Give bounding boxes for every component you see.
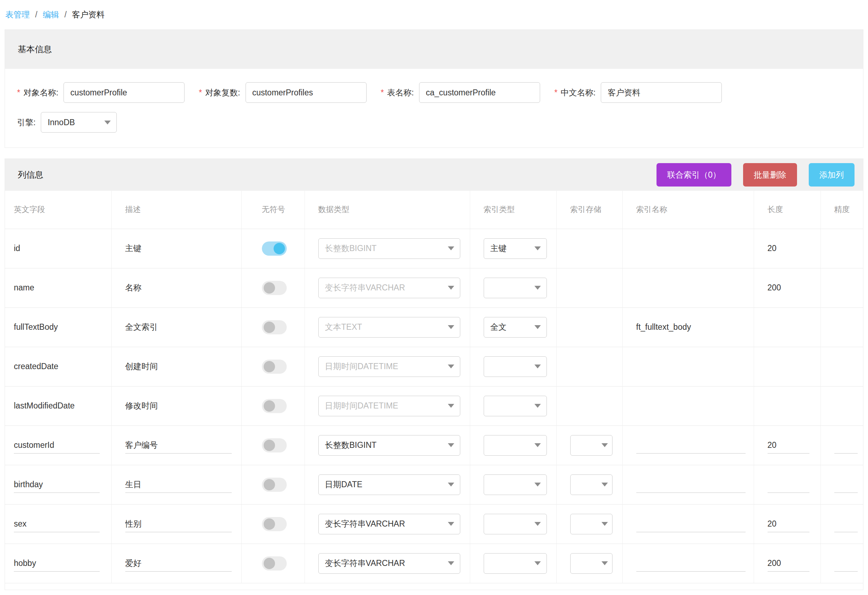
index-type-select[interactable] [484, 435, 547, 456]
unsigned-toggle[interactable] [262, 478, 287, 492]
description-input[interactable] [125, 516, 232, 532]
object-name-field-group: * 对象名称: [17, 82, 185, 103]
index-type-select[interactable] [484, 514, 547, 535]
data-type-select[interactable]: 日期DATE [318, 474, 460, 495]
field-name-cell [5, 504, 111, 543]
length-cell [754, 386, 821, 426]
index-name-input[interactable] [636, 477, 745, 493]
composite-index-button[interactable]: 联合索引（0） [657, 163, 731, 187]
index-name-input[interactable] [636, 516, 745, 532]
description-cell: 创建时间 [111, 347, 241, 386]
unsigned-toggle[interactable] [262, 359, 287, 374]
index-type-cell: 主键 [470, 229, 557, 268]
add-column-button[interactable]: 添加列 [809, 163, 855, 187]
required-marker: * [554, 88, 558, 97]
unsigned-toggle[interactable] [262, 320, 287, 334]
breadcrumb-link-edit[interactable]: 编辑 [43, 9, 59, 20]
length-input[interactable] [768, 555, 809, 571]
precision-input[interactable] [834, 555, 858, 571]
length-input[interactable] [768, 477, 809, 493]
index-name-cell [623, 229, 754, 268]
data-type-select[interactable]: 变长字符串VARCHAR [318, 553, 460, 574]
data-type-select[interactable]: 长整数BIGINT [318, 435, 460, 456]
column-row: name名称变长字符串VARCHAR200 [5, 268, 863, 308]
precision-input[interactable] [834, 516, 858, 532]
unsigned-toggle[interactable] [262, 517, 287, 531]
description-input[interactable] [125, 437, 232, 454]
description-input[interactable] [125, 477, 232, 493]
description-text: 主键 [125, 244, 142, 253]
data-type-cell: 文本TEXT [304, 308, 470, 347]
index-type-select[interactable] [484, 356, 547, 377]
index-storage-select[interactable] [570, 474, 613, 495]
index-type-select[interactable]: 全文 [484, 317, 547, 337]
data-type-select[interactable]: 文本TEXT [318, 317, 460, 337]
chevron-down-icon [448, 561, 454, 565]
column-row: createdDate创建时间日期时间DATETIME [5, 347, 863, 386]
data-type-select[interactable]: 变长字符串VARCHAR [318, 514, 460, 535]
index-name-input[interactable] [636, 437, 745, 454]
header-index-storage: 索引存储 [557, 191, 623, 229]
chinese-name-input[interactable] [601, 82, 722, 103]
index-name-cell [623, 347, 754, 386]
precision-input[interactable] [834, 477, 858, 493]
index-type-select[interactable] [484, 474, 547, 495]
chevron-down-icon [534, 286, 541, 290]
field-name-cell: name [5, 268, 111, 308]
index-type-select[interactable] [484, 553, 547, 574]
required-marker: * [381, 88, 384, 97]
chevron-down-icon [534, 246, 541, 250]
field-name: fullTextBody [14, 322, 58, 331]
batch-delete-button[interactable]: 批量删除 [743, 163, 797, 187]
chevron-down-icon [534, 443, 541, 447]
field-name-input[interactable] [14, 477, 100, 493]
required-marker: * [199, 88, 202, 97]
toggle-knob [264, 440, 275, 451]
index-storage-select[interactable] [570, 435, 613, 456]
unsigned-toggle[interactable] [262, 242, 287, 256]
length-input[interactable] [768, 516, 809, 532]
unsigned-toggle[interactable] [262, 399, 287, 413]
object-name-input[interactable] [63, 82, 185, 103]
chevron-down-icon [448, 483, 454, 486]
index-storage-select[interactable] [570, 553, 613, 574]
engine-label: 引擎: [17, 117, 35, 128]
unsigned-toggle[interactable] [262, 281, 287, 295]
unsigned-cell [241, 543, 304, 583]
index-name-cell: ft_fulltext_body [623, 308, 754, 347]
index-type-select[interactable] [484, 396, 547, 416]
data-type-select[interactable]: 日期时间DATETIME [318, 396, 460, 416]
precision-cell [821, 386, 863, 426]
breadcrumb-link-table-management[interactable]: 表管理 [5, 9, 30, 20]
field-name-input[interactable] [14, 516, 100, 532]
data-type-select[interactable]: 变长字符串VARCHAR [318, 278, 460, 298]
index-name-input[interactable] [636, 555, 745, 571]
data-type-select[interactable]: 日期时间DATETIME [318, 356, 460, 377]
index-type-select[interactable]: 主键 [484, 238, 547, 259]
field-name-input[interactable] [14, 437, 100, 454]
index-type-select-value: 主键 [490, 243, 507, 254]
page: 表管理 / 编辑 / 客户资料 基本信息 * 对象名称: * 对象复数: [0, 0, 868, 590]
engine-select[interactable]: InnoDB [41, 112, 117, 133]
breadcrumb-separator: / [64, 10, 66, 19]
form-row-1: * 对象名称: * 对象复数: * 表名称: * 中文名称: [17, 82, 851, 103]
object-plural-input[interactable] [245, 82, 366, 103]
precision-cell [821, 543, 863, 583]
index-type-select[interactable] [484, 278, 547, 298]
description-input[interactable] [125, 555, 232, 571]
breadcrumb-separator: / [35, 10, 37, 19]
table-name-input[interactable] [419, 82, 540, 103]
unsigned-toggle[interactable] [262, 438, 287, 452]
length-input[interactable] [768, 437, 809, 454]
chevron-down-icon [448, 404, 454, 408]
field-name-input[interactable] [14, 555, 100, 571]
unsigned-toggle[interactable] [262, 556, 287, 570]
index-storage-cell [557, 504, 623, 543]
precision-input[interactable] [834, 437, 858, 454]
chevron-down-icon [601, 483, 608, 486]
column-row: 变长字符串VARCHAR [5, 543, 863, 583]
index-storage-select[interactable] [570, 514, 613, 535]
data-type-select[interactable]: 长整数BIGINT [318, 238, 460, 259]
chevron-down-icon [601, 561, 608, 565]
toggle-knob [274, 243, 285, 254]
